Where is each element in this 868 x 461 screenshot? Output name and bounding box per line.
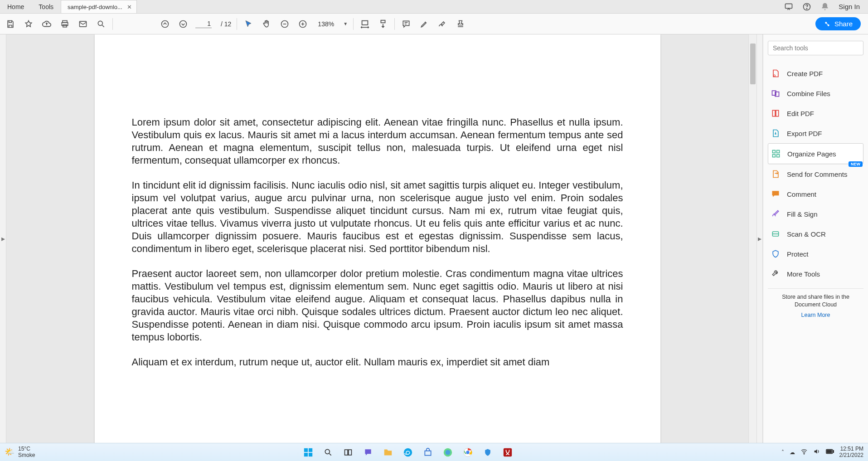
tab-home[interactable]: Home bbox=[0, 0, 31, 13]
vertical-scrollbar[interactable] bbox=[748, 34, 756, 443]
svg-rect-29 bbox=[309, 452, 312, 456]
svg-rect-32 bbox=[349, 450, 352, 455]
find-icon[interactable] bbox=[95, 18, 107, 30]
send-comments-icon bbox=[771, 169, 781, 179]
security-icon[interactable] bbox=[482, 446, 494, 458]
taskbar-center bbox=[302, 446, 514, 458]
tab-bar: Home Tools sample-pdf-downlo... ✕ Sign I… bbox=[0, 0, 868, 14]
svg-point-7 bbox=[98, 21, 102, 25]
doc-paragraph: In tincidunt elit id dignissim facilisis… bbox=[132, 179, 623, 256]
left-panel-toggle[interactable]: ▸ bbox=[0, 34, 6, 443]
zoom-out-icon[interactable] bbox=[279, 18, 291, 30]
stamp-icon[interactable] bbox=[455, 18, 466, 30]
learn-more-link[interactable]: Learn More bbox=[801, 311, 830, 319]
tool-create-pdf[interactable]: Create PDF bbox=[768, 63, 863, 83]
tool-label: More Tools bbox=[787, 270, 820, 278]
export-pdf-icon bbox=[771, 128, 781, 138]
selection-tool-icon[interactable] bbox=[242, 18, 254, 30]
svg-rect-20 bbox=[776, 110, 779, 116]
chrome-icon[interactable] bbox=[462, 446, 474, 458]
cloud-promo: Store and share files in the Document Cl… bbox=[768, 293, 863, 319]
edge-icon[interactable] bbox=[402, 446, 414, 458]
cloud-promo-text: Store and share files in the Document Cl… bbox=[770, 293, 862, 309]
doc-paragraph: Praesent auctor laoreet sem, non ullamco… bbox=[132, 267, 623, 344]
start-button[interactable] bbox=[302, 446, 314, 458]
main-area: ▸ Lorem ipsum dolor sit amet, consectetu… bbox=[0, 34, 868, 443]
save-icon[interactable] bbox=[5, 18, 16, 30]
tab-document-label: sample-pdf-downlo... bbox=[68, 4, 122, 10]
print-icon[interactable] bbox=[59, 18, 71, 30]
toolbar: / 12 138% ▼ Share bbox=[0, 14, 868, 34]
chat-icon[interactable] bbox=[784, 2, 793, 11]
email-icon[interactable] bbox=[77, 18, 89, 30]
fit-width-icon[interactable] bbox=[359, 18, 371, 30]
tool-combine-files[interactable]: Combine Files bbox=[768, 83, 863, 103]
file-explorer-icon[interactable] bbox=[382, 446, 394, 458]
weather-desc: Smoke bbox=[18, 452, 35, 458]
fill-sign-icon bbox=[771, 209, 781, 219]
tool-label: Organize Pages bbox=[787, 150, 836, 158]
right-panel-toggle[interactable]: ▸ bbox=[756, 34, 763, 443]
zoom-dropdown-icon[interactable]: ▼ bbox=[343, 21, 348, 26]
tool-label: Export PDF bbox=[787, 130, 822, 137]
page-up-icon[interactable] bbox=[159, 18, 171, 30]
svg-point-35 bbox=[446, 450, 451, 455]
tool-send-for-comments[interactable]: NEW Send for Comments bbox=[768, 164, 863, 184]
chat-taskbar-icon[interactable] bbox=[362, 446, 374, 458]
document-viewport[interactable]: Lorem ipsum dolor sit amet, consectetur … bbox=[6, 34, 748, 443]
draw-icon[interactable] bbox=[436, 18, 448, 30]
sign-in-button[interactable]: Sign In bbox=[839, 3, 860, 10]
store-icon[interactable] bbox=[422, 446, 434, 458]
tool-edit-pdf[interactable]: Edit PDF bbox=[768, 103, 863, 123]
fit-page-icon[interactable] bbox=[377, 18, 389, 30]
share-button[interactable]: Share bbox=[815, 17, 861, 30]
tray-volume-icon[interactable] bbox=[813, 448, 820, 456]
svg-point-8 bbox=[162, 20, 169, 27]
bell-icon[interactable] bbox=[820, 2, 829, 11]
help-icon[interactable] bbox=[802, 2, 811, 11]
svg-point-9 bbox=[180, 20, 187, 27]
taskbar-weather[interactable]: 🌤️ 15°C Smoke bbox=[5, 446, 35, 458]
tool-label: Combine Files bbox=[787, 90, 830, 97]
close-icon[interactable]: ✕ bbox=[127, 4, 132, 10]
star-icon[interactable] bbox=[23, 18, 34, 30]
page-down-icon[interactable] bbox=[177, 18, 189, 30]
organize-pages-icon bbox=[771, 149, 781, 159]
tab-document[interactable]: sample-pdf-downlo... ✕ bbox=[61, 0, 137, 13]
svg-rect-41 bbox=[833, 451, 834, 453]
weather-icon: 🌤️ bbox=[5, 448, 15, 457]
tool-protect[interactable]: Protect bbox=[768, 244, 863, 264]
hand-tool-icon[interactable] bbox=[261, 18, 272, 30]
page-number-input[interactable] bbox=[195, 19, 212, 28]
scrollbar-thumb[interactable] bbox=[750, 44, 756, 84]
tab-tools[interactable]: Tools bbox=[31, 0, 61, 13]
tray-cloud-icon[interactable]: ☁ bbox=[790, 449, 795, 456]
tray-chevron-icon[interactable]: ˄ bbox=[781, 449, 784, 456]
svg-point-33 bbox=[404, 448, 412, 456]
windows-taskbar: 🌤️ 15°C Smoke ˄ ☁ 12:51 PM 2/21/2022 bbox=[0, 443, 868, 461]
svg-rect-38 bbox=[504, 448, 512, 456]
tool-scan-ocr[interactable]: Scan & OCR bbox=[768, 224, 863, 244]
tray-battery-icon[interactable] bbox=[826, 449, 834, 456]
zoom-in-icon[interactable] bbox=[297, 18, 309, 30]
search-tools-input[interactable] bbox=[768, 41, 863, 55]
document-page: Lorem ipsum dolor sit amet, consectetur … bbox=[95, 34, 660, 443]
tool-export-pdf[interactable]: Export PDF bbox=[768, 123, 863, 143]
zoom-level-label: 138% bbox=[318, 20, 334, 28]
search-icon[interactable] bbox=[322, 446, 334, 458]
svg-rect-0 bbox=[786, 4, 792, 8]
taskbar-clock[interactable]: 12:51 PM 2/21/2022 bbox=[839, 446, 863, 459]
doc-paragraph: Aliquam et ex interdum, rutrum neque ut,… bbox=[132, 356, 623, 369]
task-view-icon[interactable] bbox=[342, 446, 354, 458]
tool-comment[interactable]: Comment bbox=[768, 184, 863, 204]
globe-app-icon[interactable] bbox=[442, 446, 454, 458]
svg-rect-22 bbox=[777, 150, 780, 153]
tool-more-tools[interactable]: More Tools bbox=[768, 264, 863, 284]
tray-wifi-icon[interactable] bbox=[800, 448, 808, 456]
acrobat-icon[interactable] bbox=[502, 446, 514, 458]
cloud-upload-icon[interactable] bbox=[41, 18, 53, 30]
highlight-icon[interactable] bbox=[418, 18, 430, 30]
taskbar-date: 2/21/2022 bbox=[839, 452, 863, 459]
tool-fill-sign[interactable]: Fill & Sign bbox=[768, 204, 863, 224]
sticky-note-icon[interactable] bbox=[400, 18, 412, 30]
